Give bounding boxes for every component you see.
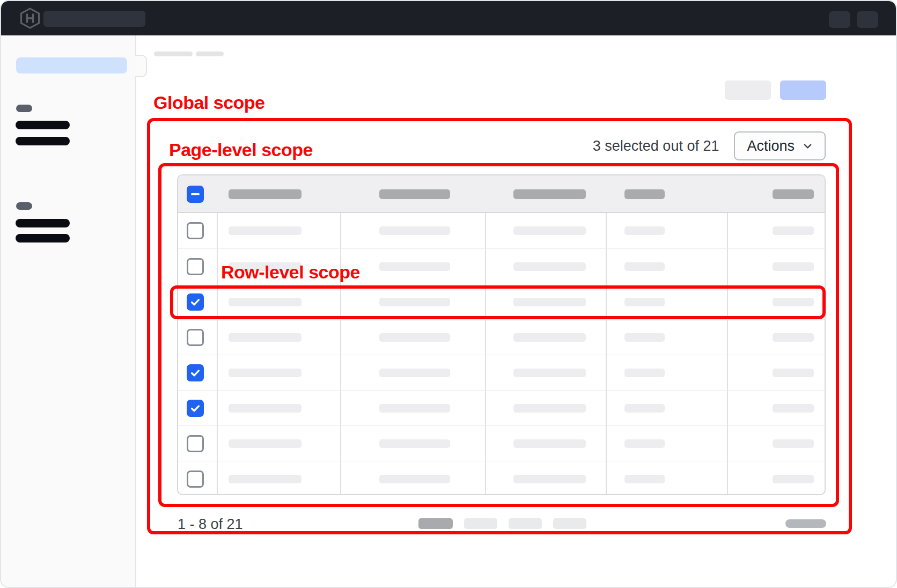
- cell-skeleton: [229, 369, 302, 377]
- cell-skeleton: [513, 369, 586, 377]
- row-checkbox[interactable]: [187, 435, 204, 452]
- cell-skeleton: [513, 439, 586, 448]
- breadcrumb-skeleton[interactable]: [196, 52, 224, 56]
- cell-skeleton: [379, 226, 450, 235]
- cell-skeleton: [773, 262, 814, 271]
- check-icon: [189, 367, 201, 379]
- column-header-skeleton: [513, 189, 586, 199]
- sidebar-item-skeleton[interactable]: [16, 137, 70, 145]
- cell-skeleton: [773, 226, 814, 235]
- table-row[interactable]: [178, 425, 825, 461]
- cell-skeleton: [773, 404, 814, 413]
- pagination-page-skeleton[interactable]: [418, 518, 453, 529]
- cell-skeleton: [624, 333, 665, 342]
- column-header-skeleton: [229, 189, 302, 199]
- selection-status-text: 3 selected out of 21: [593, 138, 719, 155]
- select-all-checkbox[interactable]: [187, 186, 204, 203]
- secondary-button-skeleton[interactable]: [725, 80, 771, 100]
- row-checkbox[interactable]: [187, 222, 204, 239]
- cell-skeleton: [624, 262, 665, 271]
- table-row[interactable]: [178, 461, 825, 495]
- row-checkbox[interactable]: [187, 400, 204, 417]
- cell-skeleton: [773, 333, 814, 342]
- cell-skeleton: [379, 298, 450, 306]
- cell-skeleton: [513, 475, 586, 483]
- check-icon: [189, 296, 201, 308]
- sidebar-active-item-skeleton[interactable]: [16, 57, 127, 74]
- cell-skeleton: [379, 262, 450, 271]
- cell-skeleton: [624, 226, 665, 235]
- check-icon: [189, 402, 201, 414]
- page-scope-label: Page-level scope: [169, 141, 313, 159]
- actions-button-label: Actions: [747, 138, 795, 155]
- pagination-page-skeleton[interactable]: [553, 518, 586, 529]
- table-row[interactable]: [178, 355, 825, 390]
- cell-skeleton: [773, 439, 814, 448]
- breadcrumb-skeleton[interactable]: [154, 52, 193, 56]
- sidebar-item-skeleton[interactable]: [16, 121, 70, 129]
- row-scope-label: Row-level scope: [221, 263, 360, 281]
- cell-skeleton: [379, 404, 450, 413]
- table-row[interactable]: [178, 213, 825, 248]
- cell-skeleton: [513, 262, 586, 271]
- pagination-page-skeleton[interactable]: [509, 518, 542, 529]
- cell-skeleton: [624, 298, 665, 306]
- pagination-range-text: 1 - 8 of 21: [178, 516, 243, 533]
- cell-skeleton: [513, 404, 586, 413]
- table-header-row: [178, 175, 825, 213]
- data-table: [177, 174, 826, 495]
- row-checkbox[interactable]: [187, 471, 204, 488]
- search-input-skeleton[interactable]: [43, 11, 145, 27]
- cell-skeleton: [513, 298, 586, 306]
- row-checkbox[interactable]: [187, 293, 204, 311]
- cell-skeleton: [379, 439, 450, 448]
- table-row[interactable]: [178, 284, 825, 319]
- cell-skeleton: [624, 475, 665, 483]
- indeterminate-icon: [191, 193, 200, 195]
- cell-skeleton: [624, 404, 665, 413]
- cell-skeleton: [773, 369, 814, 377]
- page-size-selector-skeleton[interactable]: [785, 519, 826, 528]
- row-checkbox[interactable]: [187, 258, 204, 275]
- sidebar: [1, 35, 136, 588]
- top-nav-bar: [1, 1, 896, 35]
- cell-skeleton: [773, 298, 814, 306]
- row-checkbox[interactable]: [187, 364, 204, 381]
- cell-skeleton: [624, 369, 665, 377]
- global-scope-label: Global scope: [153, 93, 265, 112]
- row-checkbox[interactable]: [187, 329, 204, 346]
- column-header-skeleton: [773, 189, 814, 199]
- cell-skeleton: [229, 226, 302, 235]
- actions-dropdown-button[interactable]: Actions: [734, 131, 826, 160]
- sidebar-item-skeleton[interactable]: [16, 234, 70, 242]
- sidebar-item-skeleton[interactable]: [16, 219, 70, 227]
- table-row[interactable]: [178, 319, 825, 355]
- app-window: 3 selected out of 21 Actions 1 - 8 of 21…: [0, 0, 897, 588]
- pagination-page-skeleton[interactable]: [464, 518, 497, 529]
- primary-button-skeleton[interactable]: [780, 80, 826, 100]
- topbar-user-button-skeleton[interactable]: [857, 11, 878, 28]
- cell-skeleton: [513, 226, 586, 235]
- cell-skeleton: [379, 475, 450, 483]
- column-header-skeleton: [379, 189, 450, 199]
- cell-skeleton: [229, 333, 302, 342]
- column-header-skeleton: [624, 189, 665, 199]
- hashicorp-logo-icon: [19, 8, 41, 29]
- table-row[interactable]: [178, 390, 825, 425]
- cell-skeleton: [229, 475, 302, 483]
- cell-skeleton: [513, 333, 586, 342]
- sidebar-section-label-skeleton: [16, 105, 32, 112]
- topbar-help-button-skeleton[interactable]: [829, 11, 850, 28]
- cell-skeleton: [379, 333, 450, 342]
- cell-skeleton: [773, 475, 814, 483]
- cell-skeleton: [624, 439, 665, 448]
- cell-skeleton: [229, 404, 302, 413]
- sidebar-section-label-skeleton: [16, 202, 32, 210]
- sidebar-collapse-handle[interactable]: [135, 55, 147, 77]
- cell-skeleton: [379, 369, 450, 377]
- chevron-down-icon: [803, 141, 813, 151]
- cell-skeleton: [229, 439, 302, 448]
- cell-skeleton: [229, 298, 302, 306]
